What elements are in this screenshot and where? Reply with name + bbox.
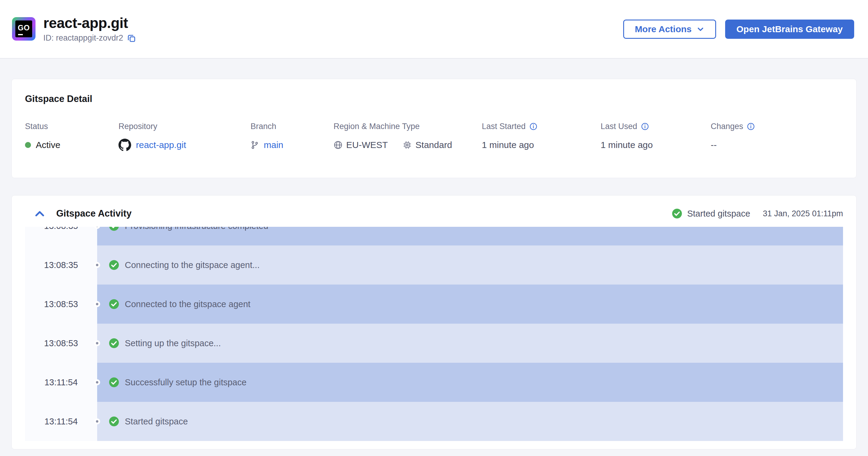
status-value: Active [25, 139, 119, 152]
field-region-machine: Region & Machine Type EU-WEST [334, 122, 482, 152]
activity-header: Gitspace Activity Started gitspace 31 Ja… [12, 195, 856, 227]
changes-label: Changes [711, 122, 743, 131]
check-circle-icon [108, 338, 119, 348]
header-actions: More Actions Open JetBrains Gateway [623, 20, 854, 39]
activity-status: Started gitspace 31 Jan, 2025 01:11pm [672, 208, 843, 219]
log-timestamp: 13:08:35 [25, 227, 97, 245]
status-dot-icon [25, 142, 31, 148]
log-timestamp: 13:11:54 [25, 363, 97, 402]
status-label: Status [25, 122, 119, 131]
github-icon [119, 139, 131, 151]
header-left: GO react-app.git ID: reactappgit-zovdr2 [12, 16, 136, 43]
info-icon[interactable] [641, 122, 649, 130]
repository-value: react-app.git [119, 139, 251, 152]
region-machine-value: EU-WEST Standard [334, 139, 482, 152]
log-timestamp: 13:08:53 [25, 284, 97, 324]
info-icon[interactable] [529, 122, 537, 130]
timeline-dot [94, 262, 100, 268]
timeline-dot [94, 418, 100, 424]
log-timestamp: 13:11:54 [25, 402, 97, 441]
machine-group: Standard [403, 140, 452, 150]
field-last-started: Last Started 1 minute ago [482, 122, 600, 152]
activity-log-scroll: 13:08:35 Provisioning infrastructure com… [25, 227, 843, 441]
check-circle-icon [108, 299, 119, 309]
branch-label: Branch [251, 122, 334, 131]
collapse-activity-button[interactable] [33, 208, 46, 219]
repository-label: Repository [119, 122, 251, 131]
timeline-dot [94, 340, 100, 346]
check-circle-icon [108, 227, 119, 231]
gitspace-id: ID: reactappgit-zovdr2 [43, 33, 123, 43]
field-status: Status Active [25, 122, 119, 152]
copy-icon[interactable] [127, 34, 136, 43]
branch-icon [251, 141, 259, 149]
log-message: Connecting to the gitspace agent... [125, 260, 259, 270]
last-started-value: 1 minute ago [482, 139, 600, 152]
log-message: Setting up the gitspace... [125, 338, 221, 348]
detail-fields-row: Status Active Repository react-app.git [25, 122, 843, 152]
log-row: 13:08:53 Setting up the gitspace... [25, 324, 843, 363]
repository-link[interactable]: react-app.git [136, 140, 186, 150]
main-content: Gitspace Detail Status Active Repository [0, 59, 868, 449]
chevron-down-icon [696, 25, 704, 33]
goland-logo-core: GO [16, 21, 32, 37]
last-started-label: Last Started [482, 122, 526, 131]
branch-link[interactable]: main [264, 140, 283, 150]
log-message: Started gitspace [125, 417, 188, 427]
gitspace-id-row: ID: reactappgit-zovdr2 [43, 33, 136, 43]
info-icon[interactable] [747, 122, 755, 130]
changes-value: -- [711, 139, 843, 152]
open-jetbrains-gateway-button[interactable]: Open JetBrains Gateway [725, 20, 854, 39]
check-circle-icon [108, 416, 119, 427]
branch-value: main [251, 139, 334, 152]
log-row: 13:11:54 Successfully setup the gitspace [25, 363, 843, 402]
activity-status-label: Started gitspace [687, 209, 750, 219]
machine-type-value: Standard [415, 140, 452, 150]
title-block: react-app.git ID: reactappgit-zovdr2 [43, 16, 136, 43]
more-actions-button[interactable]: More Actions [623, 20, 716, 39]
field-branch: Branch main [251, 122, 334, 152]
more-actions-label: More Actions [635, 24, 692, 34]
page-title: react-app.git [43, 16, 136, 31]
goland-logo-text: GO [18, 24, 30, 32]
last-used-value: 1 minute ago [600, 139, 711, 152]
timeline-dot [94, 301, 100, 307]
detail-card-title: Gitspace Detail [25, 94, 843, 104]
log-timestamp: 13:08:53 [25, 324, 97, 363]
gitspace-activity-card: Gitspace Activity Started gitspace 31 Ja… [11, 195, 857, 449]
log-row: 13:11:54 Started gitspace [25, 402, 843, 441]
goland-logo-icon: GO [12, 17, 35, 40]
activity-card-title: Gitspace Activity [56, 208, 131, 219]
region-value: EU-WEST [346, 140, 388, 150]
log-timestamp: 13:08:35 [25, 245, 97, 284]
check-circle-icon [108, 377, 119, 388]
region-machine-label: Region & Machine Type [334, 122, 482, 131]
log-row: 13:08:35 Connecting to the gitspace agen… [25, 245, 843, 284]
globe-icon [334, 141, 343, 150]
field-repository: Repository react-app.git [119, 122, 251, 152]
log-message: Connected to the gitspace agent [125, 299, 251, 309]
gitspace-detail-card: Gitspace Detail Status Active Repository [11, 79, 857, 178]
region-group: EU-WEST [334, 140, 388, 150]
log-row: 13:08:53 Connected to the gitspace agent [25, 284, 843, 324]
timeline-dot [94, 379, 100, 385]
last-used-label: Last Used [600, 122, 637, 131]
goland-logo-dash [18, 34, 23, 35]
check-circle-icon [672, 208, 682, 219]
log-row: 13:08:35 Provisioning infrastructure com… [25, 227, 843, 245]
activity-log-viewport[interactable]: 13:08:35 Provisioning infrastructure com… [25, 227, 843, 442]
log-message: Provisioning infrastructure completed [125, 227, 268, 231]
check-circle-icon [108, 260, 119, 270]
machine-type-icon [403, 141, 412, 150]
field-last-used: Last Used 1 minute ago [600, 122, 711, 152]
page-header: GO react-app.git ID: reactappgit-zovdr2 … [0, 0, 868, 59]
field-changes: Changes -- [711, 122, 843, 152]
log-message: Successfully setup the gitspace [125, 377, 247, 388]
activity-status-time: 31 Jan, 2025 01:11pm [763, 209, 843, 218]
chevron-up-icon [35, 210, 45, 217]
status-text: Active [36, 140, 60, 150]
